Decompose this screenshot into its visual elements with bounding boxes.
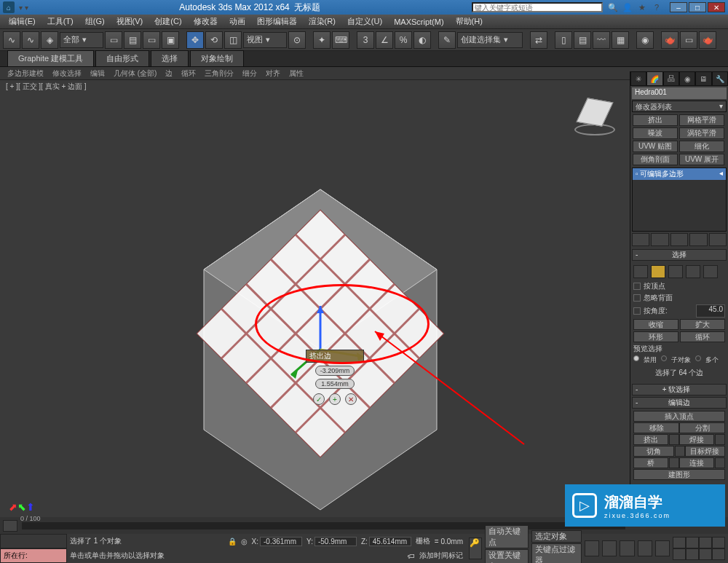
add-time-tag[interactable]: 添加时间标记 — [419, 551, 463, 561]
menu-edit[interactable]: 编辑(E) — [3, 16, 41, 27]
shrink-button[interactable]: 收缩 — [633, 319, 678, 330]
mod-meshsmooth[interactable]: 网格平滑 — [679, 114, 724, 126]
snap-toggle-icon[interactable]: 3 — [357, 31, 374, 49]
modifier-list-dropdown[interactable]: 修改器列表▾ — [632, 101, 727, 112]
nav-orbit-icon[interactable] — [699, 548, 712, 560]
show-end-icon[interactable] — [651, 233, 668, 246]
rotate-icon[interactable]: ⟲ — [205, 31, 223, 49]
menu-tools[interactable]: 工具(T) — [41, 16, 79, 27]
caddy-ok-button[interactable]: ✓ — [313, 393, 325, 405]
create-shape-button[interactable]: 建图形 — [633, 469, 725, 480]
curve-editor-icon[interactable]: 〰 — [593, 31, 610, 49]
mod-noise[interactable]: 噪波 — [633, 127, 678, 139]
preview-multi-radio[interactable] — [695, 355, 701, 361]
weld-settings-icon[interactable] — [715, 434, 725, 445]
remove-mod-icon[interactable] — [689, 233, 707, 246]
goto-start-icon[interactable] — [585, 540, 599, 556]
target-weld-button[interactable]: 目标焊接 — [685, 446, 726, 457]
extrude-settings-icon[interactable] — [669, 434, 679, 445]
time-tag-icon[interactable]: 🏷 — [408, 552, 415, 560]
render-icon[interactable]: 🫖 — [699, 31, 716, 49]
edit-selset-icon[interactable]: ✎ — [438, 31, 456, 49]
menu-group[interactable]: 组(G) — [79, 16, 111, 27]
selection-filter[interactable]: 全部▾ — [60, 32, 103, 48]
subobj-element-icon[interactable] — [703, 265, 718, 278]
viewcube[interactable] — [573, 95, 617, 138]
extrude-button[interactable]: 挤出 — [633, 434, 668, 445]
grow-button[interactable]: 扩大 — [680, 319, 725, 330]
unique-icon[interactable] — [670, 233, 688, 246]
qat[interactable]: ▾ ▾ — [19, 4, 28, 12]
modifier-stack[interactable]: ▫ 可编辑多边形◂ — [632, 168, 727, 232]
by-vertex-checkbox[interactable] — [633, 283, 641, 290]
nav-pan-icon[interactable] — [673, 537, 686, 548]
object-name-field[interactable]: Hedra001 — [632, 87, 727, 99]
weld-button[interactable]: 焊接 — [679, 434, 714, 445]
scale-icon[interactable]: ◫ — [224, 31, 242, 49]
menu-modifiers[interactable]: 修改器 — [188, 16, 223, 27]
script-output[interactable]: 所在行: — [0, 548, 67, 563]
menu-animation[interactable]: 动画 — [223, 16, 251, 27]
tab-create-icon[interactable]: ✳ — [630, 71, 646, 86]
align-icon[interactable]: ▯ — [555, 31, 572, 49]
ribbon-panel[interactable]: 几何体 (全部) — [114, 68, 157, 79]
ribbon-panel[interactable]: 属性 — [289, 68, 304, 79]
spinner-snap-icon[interactable]: ◐ — [414, 31, 431, 49]
chamfer-settings-icon[interactable] — [675, 446, 685, 457]
nav-pan2-icon[interactable] — [686, 548, 699, 560]
menu-rendering[interactable]: 渲染(R) — [303, 16, 341, 27]
configure-icon[interactable] — [709, 233, 727, 246]
goto-end-icon[interactable] — [655, 540, 670, 556]
x-coord-input[interactable]: -0.361mm — [260, 537, 302, 546]
menu-customize[interactable]: 自定义(U) — [341, 16, 388, 27]
menu-maxscript[interactable]: MAXScript(M) — [388, 17, 449, 26]
z-coord-input[interactable]: 45.614mm — [369, 537, 411, 546]
ribbon-panel[interactable]: 细分 — [242, 68, 257, 79]
connect-settings-icon[interactable] — [715, 457, 725, 468]
bridge-button[interactable]: 桥 — [633, 457, 668, 468]
schematic-icon[interactable]: ▦ — [612, 31, 629, 49]
next-frame-icon[interactable] — [638, 540, 652, 556]
script-mini-listener[interactable] — [0, 534, 67, 548]
ribbon-tab-freeform[interactable]: 自由形式 — [95, 50, 149, 66]
split-button[interactable]: 分割 — [679, 422, 725, 433]
prev-frame-icon[interactable] — [602, 540, 617, 556]
loop-button[interactable]: 循环 — [680, 331, 725, 342]
favorites-icon[interactable]: ★ — [636, 2, 648, 12]
ignore-backface-checkbox[interactable] — [633, 294, 641, 302]
mirror-icon[interactable]: ⇄ — [530, 31, 547, 49]
connect-button[interactable]: 连接 — [679, 457, 714, 468]
help-search-input[interactable] — [472, 2, 603, 12]
preview-off-radio[interactable] — [633, 355, 639, 361]
tab-hierarchy-icon[interactable]: 品 — [663, 71, 679, 86]
subobj-edge-icon[interactable] — [651, 265, 665, 278]
key-filters-button[interactable]: 关键点过滤器 — [531, 543, 582, 563]
infocenter-icon[interactable]: 🔍 — [607, 2, 619, 12]
extrude-height-input[interactable]: -3.209mm — [315, 366, 355, 376]
rollout-softsel-header[interactable]: + 软选择 — [632, 384, 727, 395]
viewport[interactable]: [ + ][ 正交 ][ 真实 + 边面 ] 挤出边 -3.209mm 1.55… — [0, 80, 630, 517]
unlink-icon[interactable]: ∿ — [22, 31, 39, 49]
pin-stack-icon[interactable] — [632, 233, 649, 246]
menu-views[interactable]: 视图(V) — [111, 16, 149, 27]
setkey-button[interactable]: 设置关键点 — [485, 549, 528, 564]
menu-grapheditors[interactable]: 图形编辑器 — [251, 16, 303, 27]
chamfer-button[interactable]: 切角 — [633, 446, 674, 457]
subobj-polygon-icon[interactable] — [686, 265, 700, 278]
ref-coord-system[interactable]: 视图▾ — [243, 32, 287, 48]
named-selection-set[interactable]: 创建选择集▾ — [457, 32, 523, 48]
ribbon-panel[interactable]: 修改选择 — [52, 68, 82, 79]
nav-zoomall-icon[interactable] — [712, 537, 725, 548]
bind-icon[interactable]: ◈ — [41, 31, 58, 49]
mod-extrude[interactable]: 挤出 — [633, 114, 678, 126]
nav-zoom-icon[interactable] — [686, 537, 699, 548]
select-region-icon[interactable]: ▭ — [143, 31, 160, 49]
lock-icon[interactable]: 🔒 — [228, 538, 237, 546]
ring-button[interactable]: 环形 — [633, 331, 678, 342]
viewport-label[interactable]: [ + ][ 正交 ][ 真实 + 边面 ] — [6, 82, 87, 92]
key-target-dropdown[interactable]: 选定对象 — [531, 530, 582, 543]
material-editor-icon[interactable]: ◉ — [636, 31, 654, 49]
caddy-apply-button[interactable]: + — [329, 393, 341, 405]
timeline-button[interactable] — [3, 520, 17, 532]
autokey-button[interactable]: 自动关键点 — [485, 525, 528, 548]
